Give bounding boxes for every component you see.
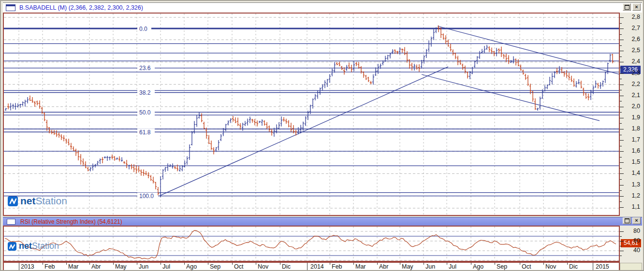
price-axis-minor-tick <box>620 57 622 57</box>
month-tick <box>232 263 233 265</box>
fib-label: 50.0 <box>139 109 151 116</box>
time-axis-month-label: Dic <box>282 263 291 270</box>
fib-label: 0.0 <box>139 26 147 32</box>
time-axis-month-label: Jul <box>449 263 456 270</box>
price-axis-tick <box>620 129 624 129</box>
month-tick <box>543 263 544 265</box>
rsi-axis-tick <box>620 256 622 256</box>
month-tick <box>137 263 137 265</box>
logo-wave-icon <box>9 243 15 249</box>
price-axis-tick <box>620 96 624 96</box>
year-separator <box>19 263 19 270</box>
time-axis-month-label: Abr <box>91 263 101 270</box>
rsi-axis-tick <box>620 241 624 242</box>
price-axis-minor-tick <box>620 112 622 113</box>
rsi-restore-button[interactable] <box>623 217 631 224</box>
main-chart-titlebar: B.SABADELL (M) (2,366, 2,382, 2,300, 2,3… <box>3 2 642 13</box>
month-tick <box>280 263 280 265</box>
month-tick <box>520 263 520 265</box>
price-axis-tick <box>620 162 624 163</box>
time-axis-year-label: 2014 <box>310 263 324 270</box>
restore-icon <box>625 218 629 223</box>
price-axis-label: 1,5 <box>632 158 640 165</box>
price-axis-label: 2,4 <box>632 58 640 65</box>
price-axis-minor-tick <box>620 168 622 169</box>
time-axis-month-label: Abr <box>379 263 388 270</box>
time-axis-month-label: May <box>402 263 413 270</box>
price-axis-tick <box>620 40 624 40</box>
rsi-axis-label: 80 <box>633 228 640 234</box>
rsi-axis[interactable]: 54,61 806040 <box>620 226 642 262</box>
time-axis-month-label: Feb <box>44 263 55 270</box>
price-axis-label: 2,3 <box>632 70 640 76</box>
price-axis-label: 2,2 <box>632 81 640 87</box>
time-axis[interactable]: 2013FebMarAbrMayJunJulAgoSepOctNovDic201… <box>3 262 620 271</box>
restore-icon <box>625 5 629 10</box>
main-chart[interactable]: 0.023.638.250.061.8100.0 <box>4 14 619 215</box>
rsi-line <box>5 230 616 259</box>
netstation-watermark-rsi: netStation <box>8 241 59 251</box>
rsi-axis-label: 40 <box>633 247 640 254</box>
price-axis-tick <box>620 196 624 197</box>
price-axis-label: 1,1 <box>632 203 640 210</box>
price-axis-tick <box>620 107 624 107</box>
price-axis-tick <box>620 185 624 185</box>
rsi-axis-label: 60 <box>633 237 640 244</box>
month-tick <box>256 263 256 265</box>
month-tick <box>377 263 378 265</box>
price-axis-tick <box>620 17 624 18</box>
netstation-window: B.SABADELL (M) (2,366, 2,382, 2,300, 2,3… <box>0 0 644 271</box>
price-axis-minor-tick <box>620 90 622 90</box>
price-axis-label: 1,2 <box>632 192 640 199</box>
watermark-net: net <box>19 241 32 251</box>
trend-lines <box>161 26 619 195</box>
month-tick <box>43 263 43 265</box>
month-tick <box>89 263 90 265</box>
fib-label: 38.2 <box>139 89 151 96</box>
main-chart-title: B.SABADELL (M) (2,366, 2,382, 2,300, 2,3… <box>19 4 143 11</box>
month-tick <box>184 263 185 265</box>
time-axis-month-label: Ago <box>473 263 483 270</box>
price-axis-tick <box>620 140 624 141</box>
rsi-close-button[interactable]: × <box>632 217 641 224</box>
price-axis-label: 2,1 <box>632 92 640 99</box>
price-axis-label: 1,4 <box>632 170 640 176</box>
month-tick <box>330 263 330 265</box>
price-axis-tick <box>620 73 624 74</box>
price-axis-minor-tick <box>620 68 622 68</box>
price-axis-minor-tick <box>620 123 622 124</box>
time-axis-year-label: 2013 <box>21 263 34 270</box>
time-axis-year-label: 2015 <box>596 263 609 270</box>
price-axis-minor-tick <box>620 135 622 135</box>
candlestick-layer <box>5 26 614 198</box>
month-tick <box>113 263 114 265</box>
price-axis-tick <box>620 51 624 51</box>
main-chart-panel[interactable]: netStation 0.023.638.250.061.8100.0 <box>3 13 620 216</box>
month-tick <box>353 263 354 265</box>
month-tick <box>424 263 424 265</box>
month-tick <box>66 263 67 265</box>
price-axis-minor-tick <box>620 190 622 191</box>
price-axis-minor-tick <box>620 201 622 202</box>
price-axis-tick <box>620 85 624 85</box>
price-axis-minor-tick <box>620 179 622 180</box>
price-axis-label: 1,7 <box>632 136 640 143</box>
price-axis-label: 1,8 <box>632 125 640 132</box>
price-axis-label: 2,6 <box>632 36 640 43</box>
watermark-station: Station <box>32 241 59 251</box>
price-axis-label: 1,3 <box>632 181 640 188</box>
main-restore-button[interactable] <box>623 3 631 11</box>
time-axis-month-label: Jul <box>162 263 170 270</box>
price-axis-tick <box>620 62 624 62</box>
price-axis-label: 2,7 <box>632 25 640 31</box>
price-axis-minor-tick <box>620 45 622 46</box>
rsi-title: RSI (Relative Strength Index) (54,6121) <box>20 218 122 225</box>
rsi-chart[interactable] <box>4 227 619 261</box>
price-axis-minor-tick <box>620 157 622 157</box>
price-axis[interactable]: 2,326 2,82,72,62,52,42,32,22,12,01,91,81… <box>620 13 642 216</box>
time-axis-month-label: Jun <box>425 263 435 270</box>
netstation-logo-icon <box>8 242 16 251</box>
price-axis-label: 2,0 <box>632 103 640 110</box>
rsi-panel[interactable]: netStation <box>3 226 620 262</box>
main-close-button[interactable]: × <box>632 3 641 11</box>
